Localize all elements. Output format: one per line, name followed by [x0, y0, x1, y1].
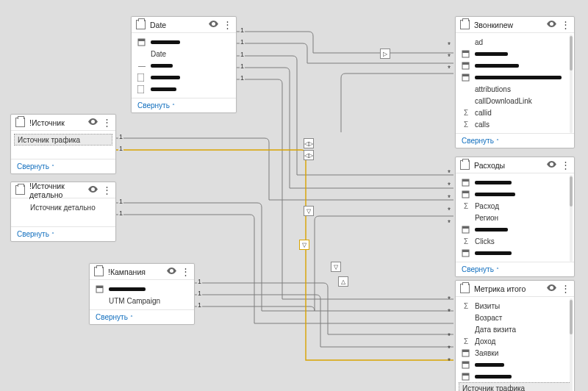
- table-title: Звонкиnew: [474, 21, 542, 29]
- field-row[interactable]: [456, 247, 574, 259]
- visibility-icon[interactable]: [88, 118, 98, 126]
- cardinality-many: *: [448, 357, 451, 365]
- table-source-detail[interactable]: !Источник детально ⋮ Источник детально С…: [10, 182, 116, 242]
- field-row[interactable]: [456, 71, 574, 83]
- collapse-link[interactable]: Свернуть ˄: [90, 309, 194, 324]
- svg-rect-9: [462, 62, 469, 65]
- visibility-icon[interactable]: [547, 161, 556, 169]
- table-source[interactable]: !Источник ⋮ Источник трафика Свернуть ˄: [10, 114, 116, 174]
- svg-rect-7: [462, 51, 469, 53]
- cardinality-one: 1: [118, 145, 123, 152]
- more-icon[interactable]: ⋮: [181, 269, 190, 275]
- field-row[interactable]: [456, 223, 574, 235]
- field-row[interactable]: Σcallid: [456, 107, 574, 118]
- field-row[interactable]: Date: [132, 48, 236, 60]
- field-row[interactable]: ΣВизиты: [456, 300, 574, 312]
- field-row-selected[interactable]: Источник трафика: [459, 382, 571, 391]
- svg-rect-1: [138, 39, 145, 41]
- direction-node-selected: ▽: [299, 240, 309, 250]
- field-row[interactable]: [132, 83, 236, 95]
- table-date[interactable]: Date ⋮ Date — Свернуть ˄: [131, 16, 237, 113]
- collapse-link[interactable]: Свернуть ˄: [11, 226, 115, 241]
- svg-rect-13: [462, 179, 469, 182]
- cardinality-one: 1: [197, 290, 202, 297]
- svg-rect-5: [96, 286, 103, 288]
- table-icon: [460, 160, 470, 170]
- cardinality-many: *: [448, 169, 451, 177]
- table-costs[interactable]: Расходы ⋮ ΣРасход Регион ΣClicks Свернут…: [455, 157, 575, 277]
- field-row[interactable]: [90, 283, 194, 295]
- table-title: !Кампания: [108, 268, 162, 276]
- cardinality-many: *: [448, 194, 451, 202]
- svg-rect-2: [137, 73, 144, 82]
- svg-rect-23: [462, 362, 469, 364]
- svg-rect-25: [462, 373, 469, 376]
- field-row[interactable]: Заявки: [456, 347, 574, 359]
- table-title: !Источник: [29, 118, 84, 127]
- field-row[interactable]: [456, 370, 574, 382]
- cardinality-one: 1: [240, 38, 245, 46]
- field-row[interactable]: ΣРасход: [456, 200, 574, 212]
- visibility-icon[interactable]: [88, 186, 98, 194]
- cardinality-many: *: [448, 65, 451, 73]
- field-row[interactable]: [132, 36, 236, 48]
- field-row[interactable]: Источник детально: [11, 201, 115, 213]
- cardinality-one: 1: [240, 51, 245, 58]
- field-row[interactable]: ΣClicks: [456, 235, 574, 247]
- cardinality-many: *: [448, 295, 451, 304]
- field-row[interactable]: ΣДоход: [456, 335, 574, 347]
- collapse-link[interactable]: Свернуть ˄: [132, 98, 236, 112]
- more-icon[interactable]: ⋮: [102, 120, 111, 126]
- field-row[interactable]: [456, 60, 574, 71]
- field-row[interactable]: attributions: [456, 83, 574, 95]
- field-row[interactable]: [456, 48, 574, 60]
- table-icon: [136, 20, 146, 29]
- field-row[interactable]: [456, 359, 574, 370]
- scrollbar[interactable]: [570, 298, 573, 391]
- cardinality-one: 1: [197, 301, 202, 309]
- visibility-icon[interactable]: [209, 21, 218, 29]
- field-row[interactable]: [456, 176, 574, 188]
- cardinality-many: *: [448, 207, 451, 215]
- field-row[interactable]: Σcalls: [456, 118, 574, 130]
- cardinality-many: *: [448, 182, 451, 190]
- table-campaign[interactable]: !Кампания ⋮ UTM Campaign Свернуть ˄: [89, 263, 195, 325]
- svg-rect-11: [462, 74, 469, 76]
- cardinality-one: 1: [240, 62, 245, 70]
- svg-rect-19: [462, 250, 469, 252]
- cardinality-many: *: [448, 41, 451, 49]
- table-calls[interactable]: Звонкиnew ⋮ ad attributions callDownload…: [455, 16, 575, 148]
- field-row[interactable]: Дата визита: [456, 323, 574, 335]
- visibility-icon[interactable]: [547, 21, 556, 29]
- cardinality-one: 1: [118, 198, 123, 205]
- collapse-link[interactable]: Свернуть ˄: [456, 133, 574, 148]
- collapse-link[interactable]: Свернуть ˄: [456, 262, 574, 276]
- table-icon: [460, 20, 470, 29]
- direction-node: ▽: [331, 262, 341, 272]
- scrollbar[interactable]: [570, 35, 573, 133]
- more-icon[interactable]: ⋮: [561, 22, 570, 28]
- direction-node: ◁▷: [304, 150, 314, 160]
- field-row[interactable]: UTM Campaign: [90, 295, 194, 306]
- field-row[interactable]: Регион: [456, 212, 574, 223]
- more-icon[interactable]: ⋮: [561, 286, 570, 292]
- field-row[interactable]: [132, 71, 236, 83]
- visibility-icon[interactable]: [547, 284, 556, 293]
- collapse-link[interactable]: Свернуть ˄: [11, 159, 115, 173]
- more-icon[interactable]: ⋮: [223, 22, 232, 28]
- table-icon: [460, 284, 470, 293]
- more-icon[interactable]: ⋮: [102, 187, 111, 193]
- field-row[interactable]: Возраст: [456, 312, 574, 323]
- table-metrics[interactable]: Метрика итого ⋮ ΣВизиты Возраст Дата виз…: [455, 280, 575, 391]
- field-row[interactable]: ad: [456, 36, 574, 48]
- field-row[interactable]: —: [132, 60, 236, 71]
- cardinality-one: 1: [240, 26, 245, 34]
- direction-node: ◁▷: [304, 138, 314, 148]
- visibility-icon[interactable]: [167, 268, 176, 276]
- cardinality-many: *: [448, 332, 451, 340]
- field-row[interactable]: callDownloadLink: [456, 95, 574, 107]
- scrollbar[interactable]: [570, 175, 573, 262]
- more-icon[interactable]: ⋮: [561, 162, 570, 168]
- field-row[interactable]: [456, 188, 574, 200]
- field-row-selected[interactable]: Источник трафика: [14, 134, 112, 146]
